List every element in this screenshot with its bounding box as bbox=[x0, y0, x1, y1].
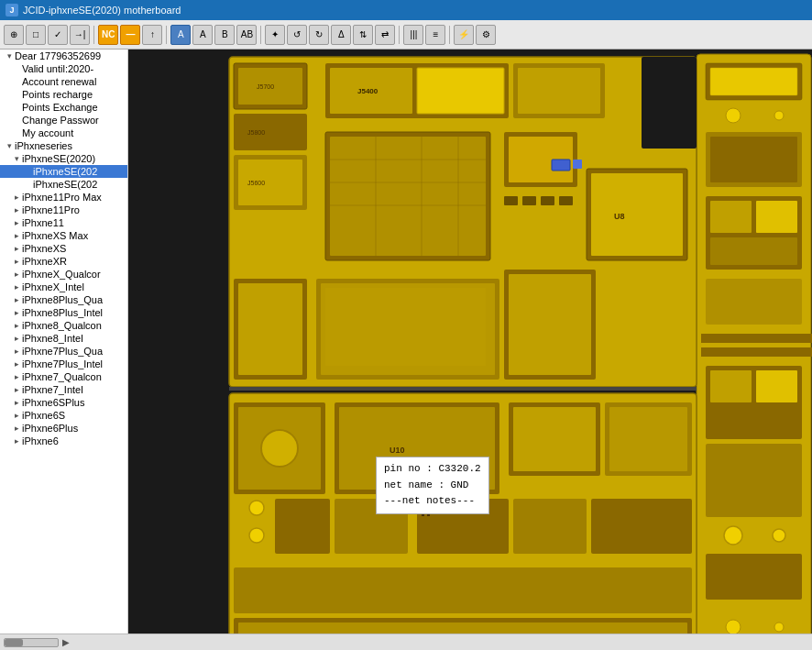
tree-item-25[interactable]: ▸ iPhxne7_Qualcon bbox=[0, 370, 127, 383]
expand-icon-29[interactable]: ▸ bbox=[15, 424, 19, 433]
b-button[interactable]: B bbox=[214, 25, 235, 45]
svg-rect-26 bbox=[642, 57, 697, 149]
svg-rect-31 bbox=[234, 114, 307, 150]
tree-label-20: iPhxne8Plus_Intel bbox=[22, 307, 103, 318]
measure-v-button[interactable]: ⇅ bbox=[353, 25, 373, 45]
measure-h-button[interactable]: ⇄ bbox=[375, 25, 395, 45]
tree-item-7[interactable]: ▾ iPhxneseries bbox=[0, 139, 127, 152]
tree-item-3[interactable]: Points recharge bbox=[0, 88, 127, 101]
arrow-right-button[interactable]: →| bbox=[70, 25, 90, 45]
ab-button[interactable]: AB bbox=[236, 25, 257, 45]
svg-rect-18 bbox=[706, 444, 802, 517]
rotate-cw-button[interactable]: ↻ bbox=[309, 25, 329, 45]
tree-item-15[interactable]: ▸ iPhxneXS bbox=[0, 242, 127, 255]
tree-item-6[interactable]: My account bbox=[0, 127, 127, 139]
expand-icon-12[interactable]: ▸ bbox=[15, 205, 19, 215]
expand-icon-28[interactable]: ▸ bbox=[15, 411, 19, 420]
tree-label-25: iPhxne7_Qualcon bbox=[22, 371, 102, 382]
a-blue-button[interactable]: A bbox=[170, 25, 191, 45]
expand-icon-20[interactable]: ▸ bbox=[15, 308, 19, 317]
tree-item-10[interactable]: iPhxneSE(202 bbox=[0, 178, 127, 191]
tree-label-22: iPhxne8_Intel bbox=[22, 333, 83, 344]
scroll-thumb[interactable] bbox=[5, 639, 23, 646]
expand-icon-7[interactable]: ▾ bbox=[7, 141, 12, 150]
expand-icon-16[interactable]: ▸ bbox=[15, 257, 19, 266]
expand-icon-26[interactable]: ▸ bbox=[15, 385, 19, 394]
scrollbar[interactable] bbox=[4, 638, 59, 647]
expand-icon-21[interactable]: ▸ bbox=[15, 321, 19, 330]
tree-item-20[interactable]: ▸ iPhxne8Plus_Intel bbox=[0, 306, 127, 319]
expand-icon-25[interactable]: ▸ bbox=[15, 372, 19, 381]
tree-item-8[interactable]: ▾ iPhxneSE(2020) bbox=[0, 152, 127, 165]
svg-rect-55 bbox=[559, 196, 573, 205]
expand-icon-17[interactable]: ▸ bbox=[15, 270, 19, 279]
tree-item-9[interactable]: iPhxneSE(202 bbox=[0, 165, 127, 178]
svg-rect-43 bbox=[330, 137, 486, 256]
tree-item-17[interactable]: ▸ iPhxneX_Qualcor bbox=[0, 268, 127, 281]
rows-button[interactable]: ≡ bbox=[425, 25, 445, 45]
up-button[interactable]: ↑ bbox=[142, 25, 162, 45]
tree-item-16[interactable]: ▸ iPhxneXR bbox=[0, 255, 127, 268]
expand-icon-8[interactable]: ▾ bbox=[15, 154, 19, 163]
expand-icon-30[interactable]: ▸ bbox=[15, 436, 19, 446]
settings-button[interactable]: ⚙ bbox=[476, 25, 496, 45]
tree-label-27: iPhxne6SPlus bbox=[22, 397, 85, 408]
delta-button[interactable]: Δ bbox=[331, 25, 351, 45]
tree-item-0[interactable]: ▾ Dear 17796352699 bbox=[0, 50, 127, 62]
tree-item-13[interactable]: ▸ iPhxne11 bbox=[0, 216, 127, 229]
tree-item-24[interactable]: ▸ iPhxne7Plus_Intel bbox=[0, 358, 127, 370]
expand-icon-0[interactable]: ▾ bbox=[7, 51, 12, 61]
expand-icon-24[interactable]: ▸ bbox=[15, 359, 19, 369]
rotate-ccw-button[interactable]: ↺ bbox=[287, 25, 307, 45]
svg-text:J5800: J5800 bbox=[247, 129, 265, 136]
svg-rect-52 bbox=[504, 196, 518, 205]
tree-item-1[interactable]: Valid until:2020- bbox=[0, 62, 127, 75]
tree-item-26[interactable]: ▸ iPhxne7_Intel bbox=[0, 383, 127, 396]
tree-item-11[interactable]: ▸ iPhxne11Pro Max bbox=[0, 191, 127, 204]
select-button[interactable]: □ bbox=[26, 25, 46, 45]
bluetooth-button[interactable]: ⚡ bbox=[454, 25, 474, 45]
tree-item-2[interactable]: Account renewal bbox=[0, 75, 127, 88]
svg-point-20 bbox=[773, 529, 785, 542]
expand-icon-19[interactable]: ▸ bbox=[15, 295, 19, 304]
expand-icon-27[interactable]: ▸ bbox=[15, 398, 19, 407]
move-button[interactable]: ✦ bbox=[265, 25, 285, 45]
tree-item-12[interactable]: ▸ iPhxne11Pro bbox=[0, 204, 127, 216]
tree-item-22[interactable]: ▸ iPhxne8_Intel bbox=[0, 332, 127, 345]
expand-icon-18[interactable]: ▸ bbox=[15, 282, 19, 292]
tree-label-2: Account renewal bbox=[22, 76, 96, 87]
expand-icon-15[interactable]: ▸ bbox=[15, 244, 19, 253]
nc-button[interactable]: NC bbox=[98, 25, 118, 45]
svg-rect-88 bbox=[238, 622, 687, 633]
tree-item-14[interactable]: ▸ iPhxneXS Max bbox=[0, 229, 127, 242]
expand-icon-22[interactable]: ▸ bbox=[15, 334, 19, 343]
canvas-area[interactable]: J5700 J5800 J5600 J5400 bbox=[128, 50, 812, 633]
minus-button[interactable]: — bbox=[120, 25, 140, 45]
svg-rect-86 bbox=[234, 567, 692, 613]
tree-item-5[interactable]: Change Passwor bbox=[0, 114, 127, 127]
expand-icon-11[interactable]: ▸ bbox=[15, 193, 19, 202]
check-button[interactable]: ✓ bbox=[48, 25, 68, 45]
tree-item-30[interactable]: ▸ iPhxne6 bbox=[0, 435, 127, 447]
tree-item-29[interactable]: ▸ iPhxne6Plus bbox=[0, 422, 127, 435]
expand-icon-14[interactable]: ▸ bbox=[15, 231, 19, 240]
svg-rect-9 bbox=[710, 201, 752, 233]
tree-item-18[interactable]: ▸ iPhxneX_Intel bbox=[0, 281, 127, 293]
a-button[interactable]: A bbox=[192, 25, 213, 45]
tree-item-27[interactable]: ▸ iPhxne6SPlus bbox=[0, 396, 127, 409]
svg-rect-67 bbox=[509, 274, 591, 375]
expand-icon-13[interactable]: ▸ bbox=[15, 218, 19, 227]
tree-item-21[interactable]: ▸ iPhxne8_Qualcon bbox=[0, 319, 127, 332]
main-area: ▾ Dear 17796352699Valid until:2020-Accou… bbox=[0, 50, 812, 633]
tree-item-19[interactable]: ▸ iPhxne8Plus_Qua bbox=[0, 293, 127, 306]
tree-item-28[interactable]: ▸ iPhxne6S bbox=[0, 409, 127, 422]
tree-label-23: iPhxne7Plus_Qua bbox=[22, 346, 103, 357]
svg-point-79 bbox=[249, 501, 264, 515]
net-info: net name : GND bbox=[384, 478, 481, 494]
svg-point-23 bbox=[774, 622, 784, 632]
tree-item-23[interactable]: ▸ iPhxne7Plus_Qua bbox=[0, 345, 127, 358]
cols-button[interactable]: ||| bbox=[403, 25, 423, 45]
tree-item-4[interactable]: Points Exchange bbox=[0, 101, 127, 114]
zoom-fit-button[interactable]: ⊕ bbox=[4, 25, 24, 45]
expand-icon-23[interactable]: ▸ bbox=[15, 347, 19, 356]
